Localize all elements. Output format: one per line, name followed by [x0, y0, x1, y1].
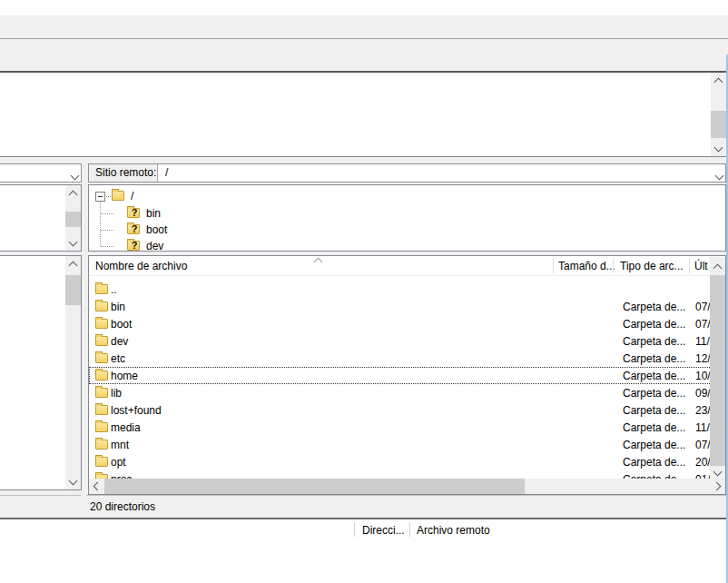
tree-item-label: bin — [146, 206, 161, 221]
file-modified: 07/ — [695, 301, 711, 313]
scroll-left-icon[interactable] — [89, 479, 104, 494]
scroll-up-icon[interactable] — [710, 259, 725, 274]
quickconnect-bar: traseña: Puerto: Conexión rápida — [0, 39, 728, 71]
remote-site-label: Sitio remoto: — [89, 164, 158, 182]
log-scrollbar[interactable] — [711, 73, 726, 156]
titlebar-remnant — [0, 0, 728, 15]
column-header-type[interactable]: Tipo de arc... — [620, 260, 684, 272]
tree-connector — [101, 213, 113, 214]
file-type: Carpeta de... — [623, 421, 685, 434]
folder-icon — [95, 457, 108, 467]
column-header-size[interactable]: Tamaño d... — [558, 260, 615, 272]
file-name: mnt — [111, 439, 129, 451]
sort-ascending-icon — [315, 255, 321, 268]
file-row[interactable]: libCarpeta de...09/ — [89, 384, 712, 401]
file-name: media — [111, 421, 141, 434]
file-row[interactable]: optCarpeta de...20/ — [89, 453, 712, 470]
column-separator[interactable] — [354, 522, 355, 537]
tree-root-label[interactable]: / — [131, 189, 133, 203]
file-type: Carpeta de... — [623, 352, 685, 365]
file-modified: 11/ — [695, 421, 710, 434]
scroll-up-icon[interactable] — [711, 73, 726, 88]
file-name: home — [111, 370, 138, 382]
remote-status-bar: 20 directorios — [86, 495, 728, 518]
queue-column-direction[interactable]: Direcci... — [362, 524, 405, 537]
remote-list-pane: Nombre de archivo Tamaño d... Tipo de ar… — [88, 255, 726, 495]
local-list-pane — [0, 255, 82, 490]
tree-connector — [100, 202, 101, 246]
filezilla-window: traseña: Puerto: Conexión rápida — [0, 0, 728, 583]
local-status-bar — [0, 495, 81, 518]
file-row[interactable]: binCarpeta de...07/ — [89, 298, 712, 315]
scroll-right-icon[interactable] — [710, 479, 725, 494]
file-type: Carpeta de... — [623, 404, 685, 417]
file-name: bin — [111, 301, 125, 313]
local-site-combobox[interactable] — [0, 163, 82, 183]
scroll-up-icon[interactable] — [65, 256, 81, 272]
tree-item-label: dev — [146, 239, 163, 253]
log-scrollbar-thumb[interactable] — [711, 111, 726, 138]
file-type: Carpeta de... — [623, 301, 685, 313]
file-type: Carpeta de... — [623, 456, 685, 469]
local-tree-scrollbar-thumb[interactable] — [65, 212, 81, 227]
scroll-up-icon[interactable] — [65, 185, 81, 201]
folder-icon — [95, 284, 108, 294]
local-list-scrollbar[interactable] — [65, 256, 81, 489]
file-row[interactable]: bootCarpeta de...07/ — [89, 315, 712, 332]
remote-list-hscrollbar-thumb[interactable] — [104, 479, 525, 494]
file-type: Carpeta de... — [623, 439, 685, 451]
scroll-down-icon[interactable] — [65, 235, 81, 251]
folder-icon — [95, 336, 108, 346]
file-name: .. — [111, 283, 117, 296]
file-modified: 10/ — [695, 370, 711, 382]
local-tree-scrollbar[interactable] — [65, 185, 81, 251]
file-name: opt — [111, 456, 126, 469]
remote-list-vscrollbar[interactable] — [710, 257, 725, 480]
tree-connector — [101, 246, 113, 247]
tree-item-label: boot — [146, 222, 167, 237]
file-type: Carpeta de... — [623, 318, 685, 331]
file-modified: 23/ — [695, 404, 711, 417]
file-row[interactable]: .. — [89, 281, 712, 298]
column-separator[interactable] — [689, 258, 690, 273]
file-modified: 20/ — [695, 456, 711, 469]
remote-list-hscrollbar[interactable] — [89, 479, 725, 494]
toolbar-strip — [0, 15, 728, 39]
tree-connector — [104, 196, 111, 197]
column-separator[interactable] — [553, 258, 554, 273]
local-tree-pane — [0, 184, 82, 252]
folder-icon — [95, 371, 108, 380]
file-modified: 11/ — [695, 335, 710, 348]
file-modified: 07/ — [695, 318, 711, 331]
question-folder-icon: ? — [127, 208, 140, 218]
remote-site-combobox[interactable]: Sitio remoto: / — [88, 163, 726, 183]
list-header: Nombre de archivo Tamaño d... Tipo de ar… — [89, 256, 712, 276]
file-type: Carpeta de... — [623, 335, 685, 348]
file-row[interactable]: devCarpeta de...11/ — [89, 332, 712, 350]
file-row[interactable]: lost+foundCarpeta de...23/ — [89, 401, 712, 419]
file-row[interactable]: mediaCarpeta de...11/ — [89, 419, 712, 436]
file-name: dev — [111, 335, 128, 348]
column-separator[interactable] — [409, 522, 410, 537]
file-name: lib — [111, 387, 122, 400]
chevron-down-icon — [72, 169, 78, 182]
file-row[interactable]: homeCarpeta de...10/ — [89, 367, 712, 384]
scroll-down-icon[interactable] — [65, 474, 81, 489]
folder-icon — [95, 388, 108, 398]
file-row[interactable]: mntCarpeta de...07/ — [89, 436, 712, 453]
column-header-modified[interactable]: Últ — [694, 260, 708, 272]
question-folder-icon: ? — [127, 224, 140, 234]
file-type: Carpeta de... — [623, 370, 685, 382]
file-modified: 07/ — [695, 439, 711, 451]
local-list-scrollbar-thumb[interactable] — [65, 275, 81, 305]
column-separator[interactable] — [613, 258, 614, 273]
remote-tree-pane: / ?bin?boot?dev — [88, 184, 726, 252]
queue-column-remote-file[interactable]: Archivo remoto — [417, 524, 490, 537]
question-folder-icon: ? — [127, 241, 140, 251]
column-header-name[interactable]: Nombre de archivo — [95, 260, 187, 272]
chevron-down-icon — [716, 169, 723, 182]
transfer-queue-pane: Direcci... Archivo remoto — [0, 519, 726, 583]
scroll-down-icon[interactable] — [711, 141, 726, 156]
file-row[interactable]: etcCarpeta de...12/ — [89, 350, 712, 367]
remote-list-vscrollbar-thumb[interactable] — [710, 275, 725, 466]
